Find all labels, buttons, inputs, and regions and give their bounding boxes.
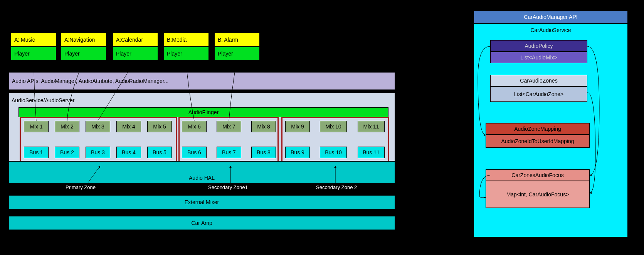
- text: A:Calendar: [116, 37, 143, 43]
- text: AudioZoneMapping: [514, 126, 561, 132]
- text: Mix 1: [30, 123, 42, 130]
- text: Primary Zone: [66, 184, 96, 190]
- mix-5: Mix 5: [147, 121, 172, 132]
- audio-zone-mapping-detail: AudioZoneIdToUserIdMapping: [486, 135, 590, 148]
- app-attr-nav: A:Navigation: [61, 33, 106, 47]
- text: CarAudioZones: [520, 78, 557, 84]
- text: Bus 10: [325, 149, 342, 155]
- text: Car Amp: [191, 220, 212, 226]
- text: AudioPolicy: [525, 43, 553, 49]
- text: Bus 2: [60, 149, 74, 155]
- text: Secondary Zone 2: [316, 184, 357, 190]
- app-player-alarm: Player: [214, 47, 260, 61]
- bus-4: Bus 4: [116, 147, 141, 158]
- text: Bus 8: [257, 149, 271, 155]
- text: AudioZoneIdToUserIdMapping: [501, 138, 574, 144]
- app-player-media: Player: [163, 47, 209, 61]
- text: Player: [218, 51, 233, 57]
- text: Bus 3: [91, 149, 105, 155]
- text: List<AudioMix>: [520, 54, 557, 61]
- audio-flinger-bar: AudioFlinger: [18, 107, 388, 117]
- text: Bus 9: [291, 149, 304, 155]
- car-audio-zones: CarAudioZones: [490, 75, 587, 86]
- text: Audio APIs: AudioManager, AudioAttribute…: [12, 78, 168, 84]
- app-attr-alarm: B: Alarm: [214, 33, 260, 47]
- audio-service-label: AudioService/AudioServer: [12, 97, 74, 103]
- text: List<CarAudioZone>: [514, 91, 563, 97]
- text: Player: [116, 51, 131, 57]
- text: CarAudioService: [530, 27, 571, 33]
- text: Mix 11: [363, 123, 379, 130]
- text: Player: [14, 51, 30, 57]
- text: Secondary Zone1: [208, 184, 248, 190]
- bus-2: Bus 2: [55, 147, 79, 158]
- text: Mix 2: [61, 123, 73, 130]
- text: Mix 4: [122, 123, 135, 130]
- text: Bus 1: [29, 149, 43, 155]
- text: Map<int, CarAudioFocus>: [506, 191, 569, 198]
- text: CarAudioManager API: [524, 14, 577, 20]
- text: A:Navigation: [64, 37, 95, 43]
- text: Player: [167, 51, 182, 57]
- app-attr-cal: A:Calendar: [113, 33, 158, 47]
- app-player-nav: Player: [61, 47, 106, 61]
- secondary-zone2-label: Secondary Zone 2: [316, 184, 357, 190]
- audio-policy: AudioPolicy: [490, 40, 587, 52]
- car-amp-bar: Car Amp: [8, 216, 395, 230]
- text: Mix 7: [222, 123, 235, 130]
- text: B:Media: [167, 37, 187, 43]
- bus-11: Bus 11: [358, 147, 385, 158]
- app-attr-media: B:Media: [163, 33, 209, 47]
- mix-9: Mix 9: [285, 121, 310, 132]
- mix-11: Mix 11: [358, 121, 385, 132]
- secondary-zone1-label: Secondary Zone1: [208, 184, 248, 190]
- mix-6: Mix 6: [182, 121, 207, 132]
- text: Bus 6: [187, 149, 201, 155]
- bus-1: Bus 1: [24, 147, 49, 158]
- bus-8: Bus 8: [251, 147, 276, 158]
- text: Mix 5: [153, 123, 166, 130]
- text: AudioService/AudioServer: [12, 97, 74, 103]
- car-audio-manager-api: CarAudioManager API: [474, 10, 628, 24]
- bus-5: Bus 5: [147, 147, 172, 158]
- text: Player: [64, 51, 80, 57]
- text: Mix 3: [91, 123, 104, 130]
- mix-4: Mix 4: [116, 121, 141, 132]
- bus-6: Bus 6: [182, 147, 207, 158]
- text: Bus 7: [222, 149, 236, 155]
- mix-8: Mix 8: [251, 121, 276, 132]
- text: Mix 8: [257, 123, 270, 130]
- mix-10: Mix 10: [320, 121, 347, 132]
- bus-10: Bus 10: [320, 147, 347, 158]
- text: Bus 5: [153, 149, 166, 155]
- audio-hal-bar: Audio HAL: [8, 161, 395, 184]
- car-zones-audio-focus: CarZonesAudioFocus: [486, 169, 590, 181]
- text: Mix 9: [291, 123, 304, 130]
- text: External Mixer: [185, 199, 219, 205]
- primary-zone-label: Primary Zone: [66, 184, 96, 190]
- text: Bus 4: [122, 149, 136, 155]
- mix-1: Mix 1: [24, 121, 49, 132]
- audio-zone-mapping: AudioZoneMapping: [486, 123, 590, 135]
- audiomix-list: List<AudioMix>: [490, 52, 587, 63]
- text: A: Music: [14, 37, 35, 43]
- bus-9: Bus 9: [285, 147, 310, 158]
- audio-apis-bar: Audio APIs: AudioManager, AudioAttribute…: [8, 72, 395, 90]
- app-player-cal: Player: [113, 47, 158, 61]
- car-audio-zone-list: List<CarAudioZone>: [490, 86, 587, 102]
- car-audio-focus-map: Map<int, CarAudioFocus>: [486, 181, 590, 208]
- external-mixer-bar: External Mixer: [8, 195, 395, 209]
- text: AudioFlinger: [188, 109, 219, 115]
- text: B: Alarm: [218, 37, 238, 43]
- text: Mix 10: [325, 123, 341, 130]
- text: Mix 6: [188, 123, 200, 130]
- mix-7: Mix 7: [217, 121, 241, 132]
- app-player-music: Player: [11, 47, 56, 61]
- mix-2: Mix 2: [55, 121, 79, 132]
- bus-3: Bus 3: [86, 147, 110, 158]
- text: Audio HAL: [189, 175, 215, 181]
- text: CarZonesAudioFocus: [511, 172, 563, 178]
- bus-7: Bus 7: [217, 147, 241, 158]
- app-attr-music: A: Music: [11, 33, 56, 47]
- text: Bus 11: [363, 149, 380, 155]
